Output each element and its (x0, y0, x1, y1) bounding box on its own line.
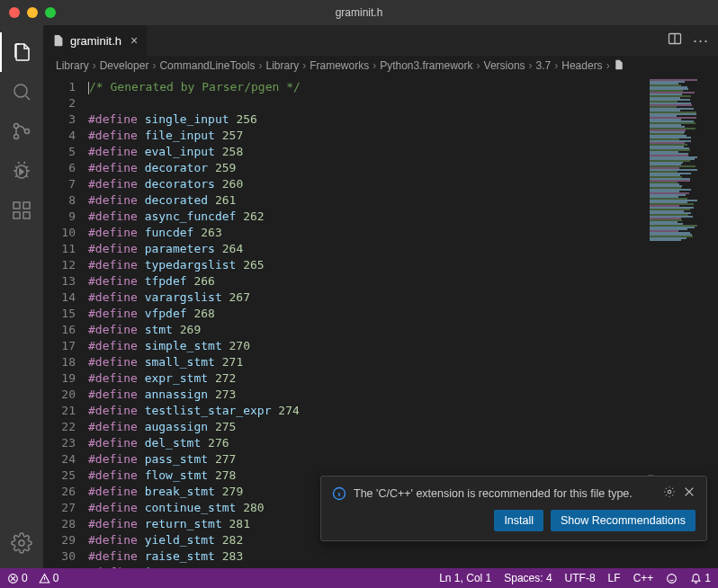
code-line[interactable]: #define small_stmt 271 (88, 354, 646, 370)
code-line[interactable]: #define typedargslist 265 (88, 257, 646, 273)
code-line[interactable]: #define file_input 257 (88, 128, 646, 144)
status-feedback-icon[interactable] (666, 572, 678, 584)
code-line[interactable]: #define decorated 261 (88, 192, 646, 209)
line-number: 23 (43, 435, 76, 451)
line-number: 17 (43, 338, 76, 354)
status-language[interactable]: C++ (633, 572, 654, 584)
activity-bar (0, 25, 43, 568)
window-controls (9, 7, 56, 18)
debug-icon[interactable] (0, 151, 43, 191)
extension-recommendation-toast: The 'C/C++' extension is recommended for… (320, 476, 707, 541)
chevron-right-icon: › (93, 59, 96, 72)
editor-tab[interactable]: graminit.h × (43, 25, 148, 56)
svg-point-2 (14, 135, 19, 139)
line-number: 21 (43, 403, 76, 419)
line-number: 4 (43, 128, 76, 144)
line-number: 5 (43, 144, 76, 160)
code-line[interactable] (88, 95, 646, 111)
breadcrumbs[interactable]: Library › Developer › CommandLineTools ›… (43, 56, 718, 76)
code-line[interactable]: #define decorator 259 (88, 160, 646, 176)
code-line[interactable]: #define del_stmt 276 (88, 435, 646, 451)
line-number: 7 (43, 176, 76, 192)
code-line[interactable]: #define decorators 260 (88, 176, 646, 192)
line-number: 31 (43, 565, 76, 568)
notification-close-icon[interactable] (683, 486, 696, 501)
line-number: 30 (43, 548, 76, 565)
split-editor-icon[interactable] (668, 31, 682, 49)
line-number: 10 (43, 225, 76, 241)
install-button[interactable]: Install (494, 510, 543, 531)
code-line[interactable]: #define varargslist 267 (88, 290, 646, 306)
breadcrumb-item[interactable]: Library (56, 59, 89, 72)
line-number: 27 (43, 500, 76, 516)
tab-filename: graminit.h (70, 34, 121, 48)
maximize-window-button[interactable] (45, 7, 56, 18)
breadcrumb-item[interactable]: Developer (100, 59, 149, 72)
code-line[interactable]: #define testlist_star_expr 274 (88, 403, 646, 419)
code-line[interactable]: #define raise_stmt 283 (88, 548, 646, 565)
code-line[interactable]: #define annassign 273 (88, 387, 646, 403)
minimize-window-button[interactable] (27, 7, 38, 18)
code-line[interactable]: #define funcdef 263 (88, 225, 646, 241)
line-number: 22 (43, 419, 76, 435)
explorer-icon[interactable] (0, 32, 43, 72)
line-number: 11 (43, 241, 76, 257)
more-actions-icon[interactable]: ··· (693, 31, 709, 50)
tab-close-icon[interactable]: × (130, 33, 138, 48)
line-number: 6 (43, 160, 76, 176)
breadcrumb-item[interactable]: Python3.framework (380, 59, 472, 72)
code-line[interactable]: #define async_funcdef 262 (88, 209, 646, 225)
status-errors[interactable]: 0 (7, 572, 28, 584)
code-line[interactable]: /* Generated by Parser/pgen */ (88, 79, 646, 95)
search-icon[interactable] (0, 72, 43, 111)
status-warnings[interactable]: 0 (39, 572, 59, 584)
svg-point-9 (19, 540, 24, 546)
show-recommendations-button[interactable]: Show Recommendations (551, 510, 696, 531)
status-encoding[interactable]: UTF-8 (565, 572, 596, 584)
status-notifications[interactable]: 1 (690, 572, 711, 584)
info-icon (332, 486, 346, 501)
code-line[interactable]: #define vfpdef 268 (88, 306, 646, 322)
code-line[interactable]: #define tfpdef 266 (88, 273, 646, 290)
status-eol[interactable]: LF (608, 572, 621, 584)
line-number: 15 (43, 306, 76, 322)
extensions-icon[interactable] (0, 191, 43, 230)
breadcrumb-item[interactable]: Headers (561, 59, 602, 72)
code-line[interactable]: #define expr_stmt 272 (88, 370, 646, 387)
line-number: 29 (43, 532, 76, 548)
status-cursor-position[interactable]: Ln 1, Col 1 (439, 572, 491, 584)
chevron-right-icon: › (606, 59, 610, 72)
close-window-button[interactable] (9, 7, 20, 18)
code-line[interactable]: #define single_input 256 (88, 111, 646, 128)
editor-area[interactable]: 1234567891011121314151617181920212223242… (43, 76, 718, 568)
notification-gear-icon[interactable] (663, 486, 676, 501)
svg-marker-4 (20, 169, 23, 174)
svg-point-12 (668, 490, 671, 494)
line-number: 20 (43, 387, 76, 403)
line-number: 19 (43, 370, 76, 387)
code-line[interactable]: #define parameters 264 (88, 241, 646, 257)
breadcrumb-item[interactable]: CommandLineTools (159, 59, 255, 72)
code-line[interactable]: #define import_stmt 284 (88, 565, 646, 568)
settings-gear-icon[interactable] (0, 523, 43, 563)
line-number: 12 (43, 257, 76, 273)
code-line[interactable]: #define augassign 275 (88, 419, 646, 435)
status-indentation[interactable]: Spaces: 4 (504, 572, 552, 584)
breadcrumb-item[interactable]: Library (265, 59, 299, 72)
line-number: 14 (43, 290, 76, 306)
svg-point-1 (14, 124, 19, 129)
code-line[interactable]: #define eval_input 258 (88, 144, 646, 160)
breadcrumb-item[interactable]: Frameworks (310, 59, 369, 72)
chevron-right-icon: › (372, 59, 376, 72)
svg-point-14 (668, 574, 677, 583)
source-control-icon[interactable] (0, 111, 43, 151)
breadcrumb-item[interactable]: 3.7 (536, 59, 552, 72)
status-bar: 0 0 Ln 1, Col 1 Spaces: 4 UTF-8 LF C++ 1 (0, 568, 718, 588)
code-line[interactable]: #define simple_stmt 270 (88, 338, 646, 354)
line-number: 25 (43, 468, 76, 484)
chevron-right-icon: › (302, 59, 306, 72)
code-line[interactable]: #define pass_stmt 277 (88, 451, 646, 468)
breadcrumb-item[interactable]: Versions (484, 59, 525, 72)
code-line[interactable]: #define stmt 269 (88, 322, 646, 338)
chevron-right-icon: › (477, 59, 480, 72)
